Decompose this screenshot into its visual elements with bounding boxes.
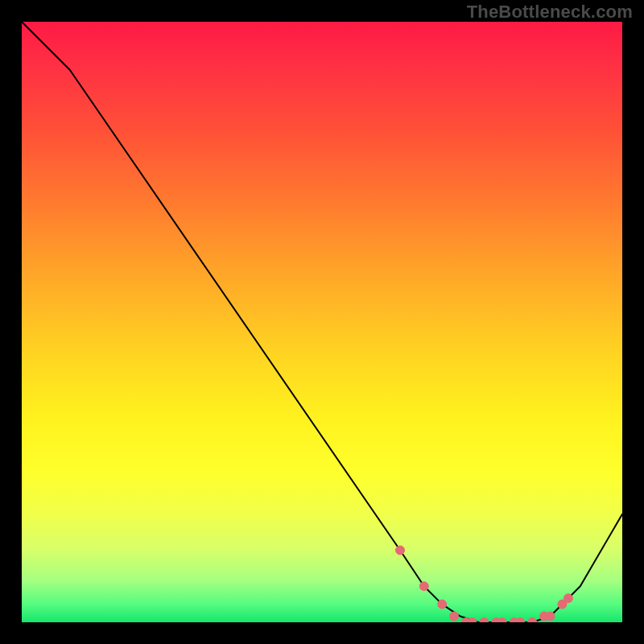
marker-dot [450, 612, 459, 621]
curve-svg [22, 22, 622, 622]
chart-frame: TheBottleneck.com [0, 0, 644, 644]
marker-dot [419, 582, 428, 591]
marker-dot [396, 546, 405, 555]
marker-dot [546, 612, 555, 621]
bottleneck-curve [22, 22, 622, 622]
watermark-text: TheBottleneck.com [467, 2, 633, 23]
marker-dot [438, 600, 447, 609]
marker-dot [480, 618, 489, 623]
plot-area [22, 22, 622, 622]
marker-dot [564, 594, 572, 603]
marker-group [396, 546, 573, 622]
marker-dot [528, 618, 537, 623]
